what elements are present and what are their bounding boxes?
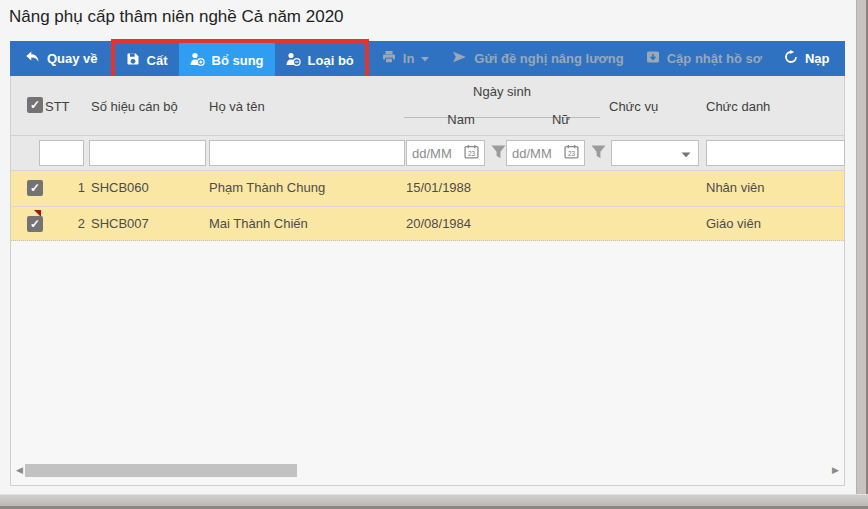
cell-birth-male: 15/01/1988 — [406, 171, 471, 205]
check-icon: ✓ — [30, 217, 40, 231]
filter-funnel-icon-male[interactable] — [491, 145, 506, 163]
calendar-icon[interactable]: 23 — [464, 144, 479, 162]
cell-stt: 2 — [45, 207, 85, 241]
row-checkbox[interactable]: ✓ — [27, 180, 43, 196]
cell-full-name: Phạm Thành Chung — [209, 171, 325, 205]
update-label: Cập nhật hồ sơ — [667, 51, 762, 66]
send-icon — [452, 50, 467, 67]
calendar-icon[interactable]: 23 — [564, 144, 579, 162]
scrollbar-thumb[interactable] — [25, 464, 297, 477]
chevron-down-icon — [421, 51, 430, 66]
reply-arrow-icon — [25, 50, 40, 67]
column-group-birthdate[interactable]: Ngày sinh — [404, 84, 600, 99]
horizontal-scrollbar[interactable]: ◀ ▶ — [12, 463, 843, 478]
reload-button[interactable]: Nạp — [773, 41, 841, 76]
row-checkbox[interactable]: ✓ — [27, 216, 43, 232]
back-label: Quay về — [47, 51, 98, 66]
toolbar: Quay về Cất — [10, 41, 845, 76]
cell-job-title: Nhân viên — [706, 171, 765, 205]
save-icon — [126, 52, 140, 69]
save-button[interactable]: Cất — [115, 43, 179, 78]
check-icon: ✓ — [30, 181, 40, 195]
update-profile-button[interactable]: Cập nhật hồ sơ — [635, 41, 773, 76]
filter-funnel-icon-female[interactable] — [591, 145, 606, 163]
filter-birth-male-date-input[interactable]: dd/MM 23 — [406, 140, 485, 166]
cell-officer-id: SHCB060 — [91, 171, 149, 205]
remove-label: Loại bỏ — [308, 53, 354, 68]
window-right-edge — [856, 0, 868, 509]
check-icon: ✓ — [30, 98, 40, 112]
date-placeholder: dd/MM — [412, 146, 452, 161]
column-header-stt[interactable]: STT — [45, 99, 70, 114]
grid-header: ✓ STT Số hiệu cán bộ Họ và tên Ngày sinh… — [11, 76, 844, 136]
reload-label: Nạp — [805, 51, 830, 66]
scroll-left-icon[interactable]: ◀ — [16, 465, 23, 475]
svg-text:23: 23 — [568, 150, 576, 157]
remove-button[interactable]: Loại bỏ — [275, 43, 365, 78]
grid-filter-row: dd/MM 23 dd/MM — [11, 136, 844, 171]
cell-stt: 1 — [45, 171, 85, 205]
column-header-position[interactable]: Chức vụ — [609, 99, 658, 114]
svg-text:23: 23 — [468, 150, 476, 157]
back-button[interactable]: Quay về — [14, 41, 109, 76]
column-header-full-name[interactable]: Họ và tên — [209, 99, 265, 114]
page-title: Nâng phụ cấp thâm niên nghề Cả năm 2020 — [9, 7, 344, 27]
dropdown-caret-icon — [681, 144, 691, 162]
filter-job-title-input[interactable] — [706, 140, 845, 166]
column-header-male[interactable]: Nam — [411, 112, 511, 127]
filter-birth-female-date-input[interactable]: dd/MM 23 — [506, 140, 585, 166]
date-placeholder: dd/MM — [512, 146, 552, 161]
send-raise-request-button[interactable]: Gửi đề nghị nâng lương — [441, 41, 634, 76]
refresh-icon — [784, 50, 798, 67]
data-grid: ✓ STT Số hiệu cán bộ Họ và tên Ngày sinh… — [10, 76, 845, 486]
print-button[interactable]: In — [371, 41, 442, 76]
archive-box-icon — [646, 50, 660, 67]
add-button[interactable]: Bổ sung — [179, 43, 275, 78]
app-window: Nâng phụ cấp thâm niên nghề Cả năm 2020 … — [0, 0, 868, 509]
table-row[interactable]: ✓ 1 SHCB060 Phạm Thành Chung 15/01/1988 … — [11, 171, 844, 206]
column-header-job-title[interactable]: Chức danh — [706, 99, 770, 114]
person-remove-icon — [286, 52, 301, 69]
filter-position-dropdown[interactable] — [611, 140, 699, 166]
person-add-icon — [190, 52, 205, 69]
printer-icon — [382, 50, 396, 67]
cell-birth-male: 20/08/1984 — [406, 207, 471, 241]
table-row[interactable]: ✓ 2 SHCB007 Mai Thành Chiến 20/08/1984 G… — [11, 206, 844, 241]
filter-officer-id-input[interactable] — [89, 140, 206, 166]
scroll-right-icon[interactable]: ▶ — [832, 465, 839, 475]
column-header-officer-id[interactable]: Số hiệu cán bộ — [91, 99, 178, 114]
cell-full-name: Mai Thành Chiến — [209, 207, 308, 241]
add-label: Bổ sung — [212, 53, 264, 68]
window-bottom-edge — [0, 494, 868, 509]
select-all-checkbox[interactable]: ✓ — [27, 97, 43, 113]
column-header-female[interactable]: Nữ — [516, 112, 606, 127]
send-label: Gửi đề nghị nâng lương — [474, 51, 623, 66]
print-label: In — [403, 51, 415, 66]
cell-job-title: Giáo viên — [706, 207, 761, 241]
filter-stt-input[interactable] — [39, 140, 84, 166]
filter-full-name-input[interactable] — [209, 140, 405, 166]
cell-officer-id: SHCB007 — [91, 207, 149, 241]
save-label: Cất — [147, 53, 168, 68]
